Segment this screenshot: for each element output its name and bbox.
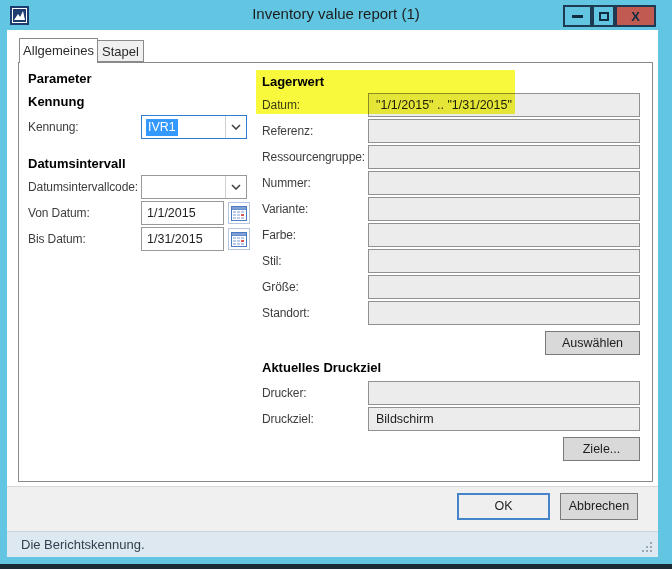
variante-field — [368, 197, 640, 221]
kennung-heading: Kennung — [28, 94, 84, 110]
dialog-window: Inventory value report (1) X Allgemeines… — [0, 0, 672, 569]
referenz-label: Referenz: — [262, 119, 313, 143]
lagerwert-heading: Lagerwert — [262, 74, 324, 90]
close-icon: X — [631, 10, 640, 23]
ziele-button[interactable]: Ziele... — [563, 437, 640, 461]
maximize-button[interactable] — [592, 5, 615, 27]
datumsintervall-heading: Datumsintervall — [28, 156, 126, 172]
status-text: Die Berichtskennung. — [21, 532, 145, 557]
dialog-body: Allgemeines Stapel Parameter Kennung Ken… — [7, 30, 658, 557]
chevron-down-icon — [231, 124, 241, 130]
kennung-value: IVR1 — [146, 119, 178, 136]
kennung-dropdown-button[interactable] — [225, 116, 246, 138]
ressourcengruppe-field — [368, 145, 640, 169]
stil-field — [368, 249, 640, 273]
resize-grip-icon[interactable] — [642, 542, 652, 552]
ok-button[interactable]: OK — [457, 493, 550, 520]
status-bar: Die Berichtskennung. — [7, 531, 658, 557]
druckziel-label: Druckziel: — [262, 407, 314, 431]
abbrechen-button[interactable]: Abbrechen — [560, 493, 638, 520]
nummer-field — [368, 171, 640, 195]
standort-field — [368, 301, 640, 325]
chevron-down-icon — [231, 184, 241, 190]
datum-label: Datum: — [262, 93, 300, 117]
druckziel-field: Bildschirm — [368, 407, 640, 431]
maximize-icon — [599, 12, 609, 21]
referenz-field — [368, 119, 640, 143]
bis-datum-calendar-button[interactable] — [228, 228, 250, 250]
standort-label: Standort: — [262, 301, 310, 325]
button-bar: OK Abbrechen — [7, 486, 658, 531]
datumsintervallcode-dropdown-button[interactable] — [225, 176, 246, 198]
tab-allgemeines[interactable]: Allgemeines — [19, 38, 98, 63]
bis-datum-label: Bis Datum: — [28, 227, 86, 251]
close-button[interactable]: X — [615, 5, 656, 27]
datumsintervallcode-label: Datumsintervallcode: — [28, 175, 138, 199]
drucker-field — [368, 381, 640, 405]
von-datum-label: Von Datum: — [28, 201, 90, 225]
titlebar: Inventory value report (1) X — [0, 0, 672, 30]
screen-edge — [0, 564, 672, 569]
calendar-icon — [231, 206, 247, 221]
farbe-label: Farbe: — [262, 223, 296, 247]
calendar-icon — [231, 232, 247, 247]
stil-label: Stil: — [262, 249, 282, 273]
auswaehlen-button[interactable]: Auswählen — [545, 331, 640, 355]
groesse-label: Größe: — [262, 275, 299, 299]
kennung-combobox[interactable]: IVR1 — [141, 115, 247, 139]
ressourcengruppe-label: Ressourcengruppe: — [262, 145, 365, 169]
von-datum-input[interactable]: 1/1/2015 — [141, 201, 224, 225]
bis-datum-input[interactable]: 1/31/2015 — [141, 227, 224, 251]
parameter-heading: Parameter — [28, 71, 92, 87]
aktuelles-druckziel-heading: Aktuelles Druckziel — [262, 360, 381, 376]
farbe-field — [368, 223, 640, 247]
von-datum-calendar-button[interactable] — [228, 202, 250, 224]
datumsintervallcode-value — [146, 179, 150, 196]
variante-label: Variante: — [262, 197, 308, 221]
minimize-button[interactable] — [563, 5, 592, 27]
datum-field: "1/1/2015" .. "1/31/2015" — [368, 93, 640, 117]
minimize-icon — [572, 15, 583, 18]
kennung-label: Kennung: — [28, 115, 79, 139]
drucker-label: Drucker: — [262, 381, 307, 405]
groesse-field — [368, 275, 640, 299]
datumsintervallcode-combobox[interactable] — [141, 175, 247, 199]
nummer-label: Nummer: — [262, 171, 311, 195]
tab-stapel[interactable]: Stapel — [98, 40, 144, 62]
